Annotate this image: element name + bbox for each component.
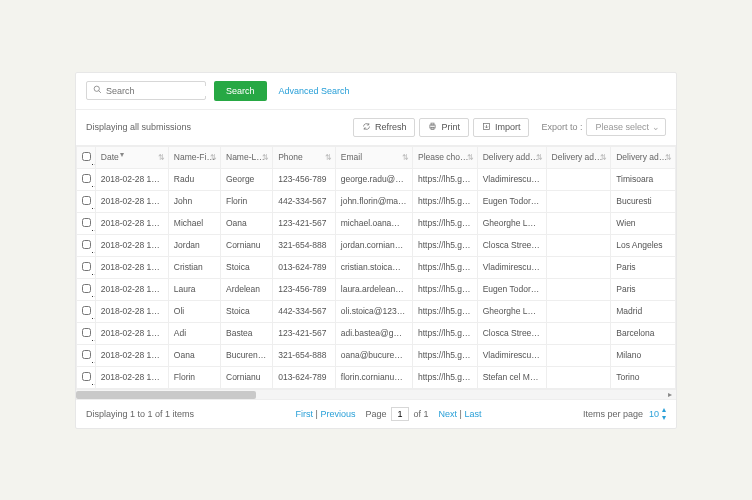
pager-previous[interactable]: Previous: [320, 409, 355, 419]
col-email[interactable]: Email⇅: [335, 146, 412, 168]
cell-name-last: George: [221, 168, 273, 190]
col-addr1-label: Delivery addr…: [483, 152, 542, 162]
sort-icon: ⇅: [262, 153, 269, 162]
cell-name-last: Stoica: [221, 300, 273, 322]
cell-addr2: [546, 278, 611, 300]
col-name-first[interactable]: Name-First⇅: [168, 146, 220, 168]
scrollbar-thumb[interactable]: [76, 391, 256, 399]
scroll-right-icon[interactable]: ▸: [666, 390, 674, 399]
pager-first[interactable]: First: [296, 409, 314, 419]
row-checkbox-cell[interactable]: [77, 344, 96, 366]
row-checkbox[interactable]: [82, 196, 91, 205]
items-per-page[interactable]: Items per page 10 ▴▾: [583, 406, 666, 422]
row-checkbox-cell[interactable]: [77, 168, 96, 190]
toolbar: Displaying all submissions Refresh Print…: [76, 110, 676, 146]
col-name-last[interactable]: Name-Last⇅: [221, 146, 273, 168]
search-input[interactable]: [106, 86, 218, 96]
cell-date: 2018-02-28 14:1…: [95, 322, 168, 344]
cell-email: jordan.cornianu@l…: [335, 234, 412, 256]
col-delivery-addr-3[interactable]: Delivery addr…⇅: [611, 146, 676, 168]
cell-please-choose: https://lh5.googl…: [413, 168, 478, 190]
submissions-table: Date▾⇅ Name-First⇅ Name-Last⇅ Phone⇅ Ema…: [76, 146, 676, 389]
table-row[interactable]: 2018-02-28 14:1…JohnFlorin442-334-567joh…: [77, 190, 676, 212]
cell-addr1: Eugen Todoran St…: [477, 190, 546, 212]
select-all-checkbox[interactable]: [82, 152, 91, 161]
cell-phone: 123-456-789: [273, 168, 336, 190]
cell-name-first: Cristian: [168, 256, 220, 278]
row-checkbox-cell[interactable]: [77, 322, 96, 344]
col-date[interactable]: Date▾⇅: [95, 146, 168, 168]
row-checkbox[interactable]: [82, 284, 91, 293]
cell-date: 2018-02-28 14:1…: [95, 212, 168, 234]
search-button[interactable]: Search: [214, 81, 267, 101]
cell-please-choose: https://lh5.googl…: [413, 278, 478, 300]
cell-email: oana@bucurenciu…: [335, 344, 412, 366]
table-wrap: Date▾⇅ Name-First⇅ Name-Last⇅ Phone⇅ Ema…: [76, 146, 676, 389]
row-checkbox[interactable]: [82, 328, 91, 337]
col-delivery-addr-1[interactable]: Delivery addr…⇅: [477, 146, 546, 168]
row-checkbox[interactable]: [82, 218, 91, 227]
sort-icon: ⇅: [665, 153, 672, 162]
row-checkbox[interactable]: [82, 306, 91, 315]
cell-please-choose: https://lh5.googl…: [413, 344, 478, 366]
cell-email: laura.ardelean@l…: [335, 278, 412, 300]
cell-date: 2018-02-28 14:1…: [95, 344, 168, 366]
row-checkbox-cell[interactable]: [77, 190, 96, 212]
import-label: Import: [495, 122, 521, 132]
row-checkbox-cell[interactable]: [77, 278, 96, 300]
pager-last[interactable]: Last: [464, 409, 481, 419]
print-button[interactable]: Print: [419, 118, 469, 137]
print-label: Print: [441, 122, 460, 132]
cell-addr2: [546, 168, 611, 190]
col-phone[interactable]: Phone⇅: [273, 146, 336, 168]
horizontal-scrollbar[interactable]: ◂ ▸: [76, 389, 676, 399]
table-row[interactable]: 2018-02-28 14:1…OliStoica442-334-567oli.…: [77, 300, 676, 322]
table-row[interactable]: 2018-02-28 14:1…CristianStoica013-624-78…: [77, 256, 676, 278]
table-row[interactable]: 2018-02-28 14:1…JordanCornianu321-654-88…: [77, 234, 676, 256]
ipp-stepper-icon[interactable]: ▴▾: [662, 406, 666, 422]
pager-page-input[interactable]: [391, 407, 409, 421]
pager-next[interactable]: Next: [439, 409, 458, 419]
row-checkbox-cell[interactable]: [77, 256, 96, 278]
table-row[interactable]: 2018-02-28 14:1…OanaBucurenciu321-654-88…: [77, 344, 676, 366]
cell-addr2: [546, 190, 611, 212]
table-row[interactable]: 2018-02-28 14:1…FlorinCornianu013-624-78…: [77, 366, 676, 388]
svg-point-0: [94, 86, 99, 91]
pager-sep2: [431, 409, 436, 419]
col-checkbox[interactable]: [77, 146, 96, 168]
row-checkbox[interactable]: [82, 372, 91, 381]
table-row[interactable]: 2018-02-28 14:1…RaduGeorge123-456-789geo…: [77, 168, 676, 190]
cell-addr3: Bucuresti: [611, 190, 676, 212]
col-please-choose[interactable]: Please choos…⇅: [413, 146, 478, 168]
cell-addr1: Stefan cel Mare S…: [477, 366, 546, 388]
row-checkbox-cell[interactable]: [77, 234, 96, 256]
row-checkbox-cell[interactable]: [77, 366, 96, 388]
row-checkbox[interactable]: [82, 240, 91, 249]
row-checkbox[interactable]: [82, 350, 91, 359]
cell-phone: 123-421-567: [273, 322, 336, 344]
row-checkbox-cell[interactable]: [77, 300, 96, 322]
row-checkbox[interactable]: [82, 262, 91, 271]
refresh-button[interactable]: Refresh: [353, 118, 416, 137]
search-input-wrap[interactable]: [86, 81, 206, 100]
cell-addr1: Vladimirescu Str…: [477, 256, 546, 278]
table-row[interactable]: 2018-02-28 14:1…AdiBastea123-421-567adi.…: [77, 322, 676, 344]
col-date-label: Date: [101, 152, 119, 162]
cell-addr3: Wien: [611, 212, 676, 234]
export-select[interactable]: Please select ⌄: [586, 118, 666, 136]
col-phone-label: Phone: [278, 152, 303, 162]
table-row[interactable]: 2018-02-28 14:1…LauraArdelean123-456-789…: [77, 278, 676, 300]
import-button[interactable]: Import: [473, 118, 530, 137]
sort-icon: ⇅: [210, 153, 217, 162]
cell-please-choose: https://lh5.googl…: [413, 322, 478, 344]
cell-addr2: [546, 256, 611, 278]
row-checkbox[interactable]: [82, 174, 91, 183]
advanced-search-link[interactable]: Advanced Search: [279, 86, 350, 96]
cell-name-first: Radu: [168, 168, 220, 190]
cell-phone: 123-456-789: [273, 278, 336, 300]
row-checkbox-cell[interactable]: [77, 212, 96, 234]
cell-date: 2018-02-28 14:1…: [95, 300, 168, 322]
table-row[interactable]: 2018-02-28 14:1…MichaelOana123-421-567mi…: [77, 212, 676, 234]
col-delivery-addr-2[interactable]: Delivery addr…⇅: [546, 146, 611, 168]
cell-email: michael.oana@u…: [335, 212, 412, 234]
